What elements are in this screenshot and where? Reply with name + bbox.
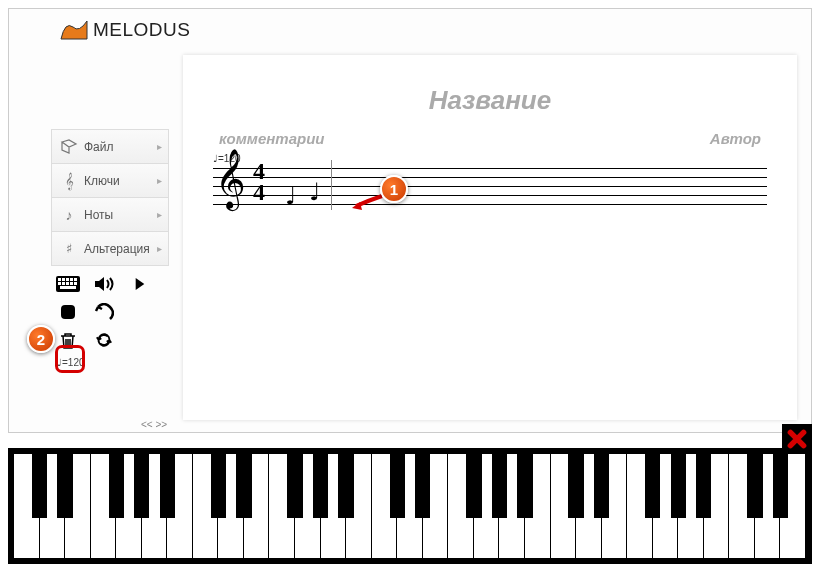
svg-rect-10 (74, 282, 77, 285)
svg-rect-8 (66, 282, 69, 285)
sidebar-item-label: Ноты (84, 208, 113, 222)
sidebar-item-notes[interactable]: ♪ Ноты ▸ (51, 197, 169, 232)
black-key[interactable] (492, 454, 507, 518)
svg-rect-7 (62, 282, 65, 285)
svg-rect-3 (66, 278, 69, 281)
refresh-button[interactable] (91, 329, 117, 351)
note-1[interactable]: ♩ (285, 182, 296, 210)
chevron-right-icon: ▸ (157, 243, 162, 254)
piano-close-button[interactable] (782, 424, 812, 454)
sidebar: Файл ▸ 𝄞 Ключи ▸ ♪ Ноты ▸ ♯ Альтерация ▸ (9, 51, 169, 424)
callout-arrow-1 (350, 192, 384, 212)
black-key[interactable] (160, 454, 175, 518)
callout-1: 1 (380, 175, 408, 203)
score-author[interactable]: Автор (710, 130, 761, 147)
black-key[interactable] (415, 454, 430, 518)
sidebar-item-label: Ключи (84, 174, 120, 188)
black-key[interactable] (671, 454, 686, 518)
file-icon (60, 138, 78, 156)
score-title[interactable]: Название (213, 85, 767, 116)
svg-rect-11 (60, 286, 76, 289)
sidebar-item-keys[interactable]: 𝄞 Ключи ▸ (51, 163, 169, 198)
black-key[interactable] (645, 454, 660, 518)
black-key[interactable] (313, 454, 328, 518)
svg-rect-9 (70, 282, 73, 285)
clef-icon: 𝄞 (60, 172, 78, 190)
black-key[interactable] (747, 454, 762, 518)
black-key[interactable] (517, 454, 532, 518)
sound-button[interactable] (91, 273, 117, 295)
svg-rect-4 (70, 278, 73, 281)
black-key[interactable] (568, 454, 583, 518)
treble-clef: 𝄞 (215, 152, 246, 204)
svg-rect-6 (58, 282, 61, 285)
sidebar-item-alteration[interactable]: ♯ Альтерация ▸ (51, 231, 169, 266)
app-logo-icon (59, 19, 89, 41)
black-key[interactable] (57, 454, 72, 518)
sidebar-item-file[interactable]: Файл ▸ (51, 129, 169, 164)
sharp-icon: ♯ (60, 240, 78, 258)
time-signature: 4 4 (253, 161, 265, 203)
black-key[interactable] (696, 454, 711, 518)
tempo-mark: ♩=120 (213, 153, 767, 164)
black-key[interactable] (32, 454, 47, 518)
black-key[interactable] (236, 454, 251, 518)
app-name: MELODUS (93, 19, 190, 41)
play-button[interactable] (127, 273, 153, 295)
svg-rect-1 (58, 278, 61, 281)
highlight-delete (55, 345, 85, 373)
chevron-right-icon: ▸ (157, 209, 162, 220)
note-icon: ♪ (60, 206, 78, 224)
black-key[interactable] (109, 454, 124, 518)
black-key[interactable] (338, 454, 353, 518)
black-key[interactable] (390, 454, 405, 518)
black-key[interactable] (287, 454, 302, 518)
svg-rect-5 (74, 278, 77, 281)
chevron-right-icon: ▸ (157, 141, 162, 152)
black-key[interactable] (594, 454, 609, 518)
undo-button[interactable] (91, 301, 117, 323)
score-comments[interactable]: комментарии (219, 130, 325, 147)
insertion-cursor (331, 160, 332, 210)
svg-rect-2 (62, 278, 65, 281)
keyboard-toggle-button[interactable] (55, 273, 81, 295)
nav-arrows[interactable]: << >> (141, 419, 167, 430)
score-area[interactable]: Название комментарии Автор ♩=120 𝄞 4 4 ♩… (183, 55, 797, 420)
note-2[interactable]: ♩ (309, 178, 320, 206)
sidebar-item-label: Файл (84, 140, 114, 154)
stop-button[interactable] (55, 301, 81, 323)
callout-2: 2 (27, 325, 55, 353)
black-key[interactable] (466, 454, 481, 518)
sidebar-item-label: Альтерация (84, 242, 150, 256)
svg-rect-12 (61, 305, 75, 319)
header: MELODUS (9, 9, 811, 51)
piano-keyboard (8, 448, 812, 564)
black-key[interactable] (773, 454, 788, 518)
music-staff[interactable]: 𝄞 4 4 ♩ ♩ (213, 164, 767, 208)
black-key[interactable] (211, 454, 226, 518)
chevron-right-icon: ▸ (157, 175, 162, 186)
black-key[interactable] (134, 454, 149, 518)
